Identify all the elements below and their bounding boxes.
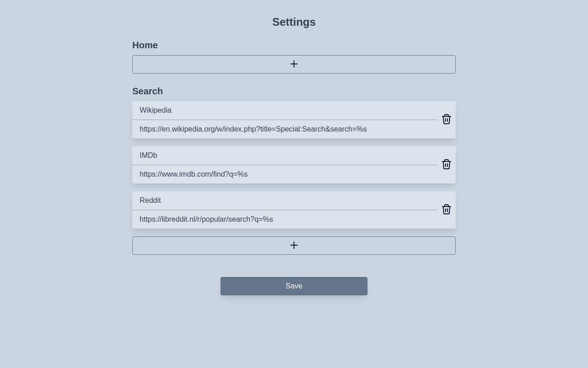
search-entry-name-field[interactable] bbox=[132, 146, 437, 165]
add-search-button[interactable] bbox=[132, 236, 456, 255]
delete-search-entry-button[interactable] bbox=[437, 146, 456, 184]
save-button[interactable]: Save bbox=[220, 277, 368, 295]
delete-search-entry-button[interactable] bbox=[437, 101, 456, 138]
trash-icon bbox=[441, 159, 452, 171]
search-entry-url-field[interactable] bbox=[132, 210, 437, 229]
search-entry bbox=[132, 101, 456, 138]
search-entry bbox=[132, 191, 456, 229]
delete-search-entry-button[interactable] bbox=[437, 191, 456, 229]
home-section: Home bbox=[132, 39, 456, 74]
search-section-title: Search bbox=[132, 85, 456, 98]
search-entry bbox=[132, 146, 456, 184]
search-entry-url-field[interactable] bbox=[132, 120, 437, 138]
search-section: Search bbox=[132, 85, 456, 255]
search-entry-name-field[interactable] bbox=[132, 101, 437, 120]
search-entry-url-field[interactable] bbox=[132, 165, 437, 184]
plus-icon bbox=[288, 240, 300, 252]
page-title: Settings bbox=[132, 15, 456, 29]
plus-icon bbox=[288, 58, 300, 71]
trash-icon bbox=[441, 114, 452, 126]
search-entry-name-field[interactable] bbox=[132, 191, 437, 210]
trash-icon bbox=[441, 204, 452, 216]
home-section-title: Home bbox=[132, 39, 456, 52]
add-home-button[interactable] bbox=[132, 55, 456, 74]
